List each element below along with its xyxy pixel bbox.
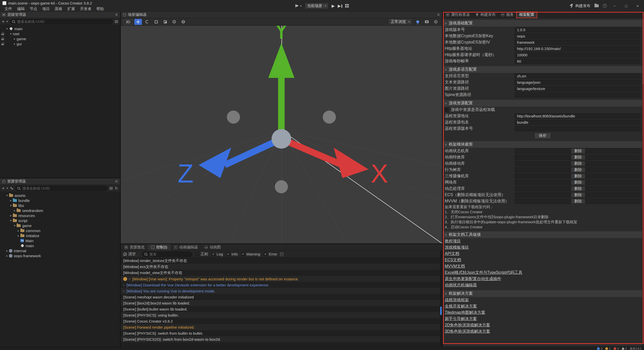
asset-tree-item[interactable]: internal bbox=[0, 248, 120, 253]
expander-icon[interactable] bbox=[9, 32, 13, 35]
delete-button[interactable]: 删除 bbox=[571, 186, 585, 191]
console-log-row[interactable]: ! › [Window] ecs文件夹不存在 bbox=[121, 264, 442, 270]
menu-item[interactable]: 节点 bbox=[27, 7, 40, 11]
delete-button[interactable]: 删除 bbox=[571, 155, 585, 160]
field-input[interactable]: 1.0.5 bbox=[515, 27, 640, 32]
inspector-scrollbar[interactable] bbox=[642, 18, 644, 347]
scene-camera-settings[interactable] bbox=[423, 19, 430, 25]
inspector-row[interactable]: ∨ 远程资源版本号 bbox=[443, 125, 644, 132]
scene-select[interactable]: 当前场景 ▾ bbox=[305, 3, 329, 9]
log-expander-icon[interactable]: › bbox=[123, 289, 125, 293]
delete-button[interactable]: 删除 bbox=[571, 174, 585, 179]
inspector-row[interactable]: ∨ 战棋游戏框架 bbox=[443, 297, 644, 303]
expander-icon[interactable] bbox=[16, 229, 20, 232]
refresh-icon[interactable]: ↻ bbox=[115, 186, 118, 190]
save-button[interactable]: 保存 bbox=[534, 133, 551, 139]
chevron-down-icon[interactable]: ▾ bbox=[7, 20, 8, 23]
expander-icon[interactable] bbox=[5, 194, 9, 197]
filter-icon[interactable] bbox=[115, 20, 118, 21]
menu-item[interactable]: 开发者 bbox=[77, 7, 94, 11]
console-tab[interactable]: 资源预览 bbox=[121, 244, 148, 250]
field-input[interactable]: bundle bbox=[515, 120, 640, 125]
assets-search[interactable] bbox=[15, 186, 107, 191]
view-mode-select[interactable]: 正常浏览 ▾ bbox=[388, 19, 412, 25]
asset-tree-item[interactable]: common bbox=[0, 228, 120, 233]
inspector-row[interactable]: ∨ MVVM（删除后模板项目无法使用） 删除 删除 bbox=[443, 198, 644, 204]
dimension-toggle-button[interactable]: 3D bbox=[123, 19, 133, 24]
delete-button[interactable]: 删除 bbox=[571, 199, 585, 204]
field-input[interactable]: language/json bbox=[515, 80, 640, 85]
rect-tool-button[interactable] bbox=[152, 19, 160, 25]
expander-icon[interactable] bbox=[9, 214, 13, 217]
window-maximize-button[interactable]: □ bbox=[622, 4, 630, 8]
inspector-row[interactable]: ∨ 3D角色扮演游戏解决方案 bbox=[443, 328, 644, 335]
hierarchy-tree-item[interactable]: root bbox=[0, 31, 120, 36]
console-log-row[interactable]: ! › [Window] [Vue warn]: Property "onInp… bbox=[121, 276, 442, 282]
inspector-row[interactable]: ∨ 本地数据CryptoES加密IV framework bbox=[443, 39, 644, 46]
inspector-row[interactable]: ∨ 动画状态机编辑器 bbox=[443, 282, 644, 288]
inspector-row[interactable]: ∨ Excel格式转Json文件与TypeScript代码工具 bbox=[443, 270, 644, 276]
inspector-row[interactable]: ∨ 原生包热更新配置自动生成插件 bbox=[443, 276, 644, 282]
field-input[interactable]: 60 bbox=[515, 59, 640, 64]
console-log-row[interactable]: ! › [Scene] Forward render pipeline init… bbox=[121, 324, 442, 330]
hierarchy-tree-item[interactable]: gui bbox=[0, 41, 120, 46]
inspector-row[interactable]: ∨ 网络库 删除 删除 bbox=[443, 179, 644, 186]
log-expander-icon[interactable]: › bbox=[129, 277, 130, 281]
chevron-down-icon[interactable]: ▾ bbox=[7, 187, 8, 190]
inspector-tab[interactable]: 构建发布 bbox=[473, 12, 498, 18]
field-input[interactable] bbox=[515, 92, 640, 98]
scrollbar-thumb[interactable] bbox=[440, 307, 442, 315]
window-close-button[interactable]: × bbox=[634, 4, 641, 8]
expander-icon[interactable] bbox=[9, 219, 13, 222]
console-log-row[interactable]: ! › [Scene] meshopt wasm decoder initial… bbox=[121, 294, 442, 300]
inspector-row[interactable]: ∨ 框架模块裁剪 bbox=[443, 141, 644, 148]
error-count-badge[interactable]: 0 bbox=[614, 347, 619, 350]
expander-icon[interactable] bbox=[13, 224, 17, 227]
inspector-row[interactable]: ∨ 游戏模板项目 bbox=[443, 244, 644, 251]
field-input[interactable]: zh,en bbox=[515, 73, 640, 79]
delete-button[interactable]: 删除 bbox=[571, 180, 585, 185]
inspector-row[interactable]: ∨ 全栈开发解决方案 bbox=[443, 303, 644, 310]
clear-console-button[interactable]: 清空 bbox=[123, 252, 136, 256]
field-input[interactable]: http://192.168.0.150/main/ bbox=[515, 46, 640, 51]
preview-target-button[interactable]: ▾ bbox=[295, 4, 302, 8]
expander-icon[interactable] bbox=[13, 37, 17, 40]
open-project-folder-icon[interactable] bbox=[594, 4, 599, 7]
anchor-tool-button[interactable] bbox=[171, 19, 178, 25]
asset-tree-item[interactable]: libs bbox=[0, 203, 120, 208]
asset-tree-item[interactable]: game bbox=[0, 223, 120, 228]
field-input[interactable]: 10000 bbox=[515, 52, 640, 58]
console-tab[interactable]: 动画编辑器 bbox=[171, 244, 201, 250]
window-minimize-button[interactable]: − bbox=[611, 4, 618, 8]
inspector-row[interactable]: ∨ 游戏每秒帧率 60 bbox=[443, 58, 644, 64]
inspector-row[interactable]: ∨ Tiledmap地图解决方案 bbox=[443, 310, 644, 316]
expander-icon[interactable] bbox=[13, 209, 17, 212]
inspector-row[interactable]: ∨ 本地数据CryptoES加密Key oops bbox=[443, 33, 644, 39]
inspector-row[interactable]: ∨ 动画移动库 删除 删除 bbox=[443, 160, 644, 167]
inspector-row[interactable]: ∨ 远程资源地址 http://localhost:8083/assets/bu… bbox=[443, 113, 644, 119]
inspector-row[interactable]: ∨ 动画特效库 删除 删除 bbox=[443, 154, 644, 160]
expander-icon[interactable] bbox=[13, 42, 17, 46]
expander-icon[interactable] bbox=[9, 199, 13, 202]
play-button[interactable]: ▶ bbox=[332, 4, 335, 8]
inspector-row[interactable]: ∨ 动画状态机库 删除 删除 bbox=[443, 148, 644, 154]
inspector-row[interactable]: ∨ ECS（删除后模板项目无法使用） 删除 删除 bbox=[443, 192, 644, 198]
panel-menu-icon[interactable]: ≡ bbox=[437, 12, 440, 17]
console-filter-checkbox[interactable]: 正则 bbox=[195, 252, 208, 256]
inspector-row[interactable]: ∨ 远程资源包名 bundle bbox=[443, 119, 644, 125]
inspector-row[interactable]: ∨ 游戏多语言配置 bbox=[443, 66, 644, 73]
inspector-row[interactable]: ∨ MVVM文档 bbox=[443, 263, 644, 270]
asset-tree-item[interactable]: script bbox=[0, 218, 120, 223]
menu-item[interactable]: 文件 bbox=[2, 7, 15, 11]
console-log-row[interactable]: ! › [Scene] [PHYSICS]: using builtin. bbox=[121, 312, 442, 318]
scrollbar-thumb[interactable] bbox=[642, 19, 644, 84]
menu-item[interactable]: 扩展 bbox=[65, 7, 77, 11]
inspector-tab[interactable]: 框架配置 bbox=[516, 12, 537, 18]
hierarchy-tree-item[interactable]: main bbox=[0, 26, 120, 31]
asset-tree-item[interactable]: Main bbox=[0, 238, 120, 243]
inspector-row[interactable]: ∨ 支持语言类型 zh,en bbox=[443, 73, 644, 79]
menu-item[interactable]: 面板 bbox=[52, 7, 65, 11]
field-input[interactable]: http://localhost:8083/assets/bundle bbox=[515, 113, 640, 119]
menu-item[interactable]: 编辑 bbox=[15, 7, 27, 11]
inspector-tab[interactable]: 服务 bbox=[498, 12, 516, 18]
